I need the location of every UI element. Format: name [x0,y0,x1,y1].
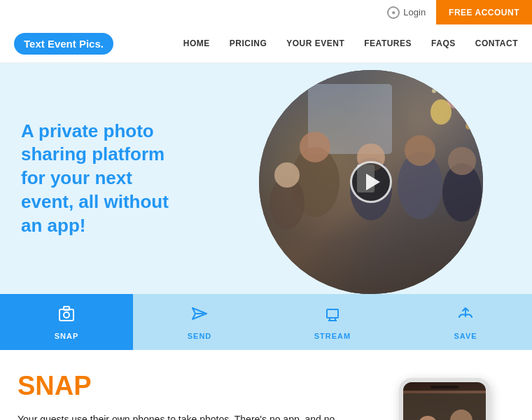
top-bar: ● Login FREE ACCOUNT [0,0,532,24]
snap-content-right [374,371,514,420]
nav-links: HOME PRICING YOUR EVENT FEATURES FAQS CO… [183,38,518,48]
tab-save-label: SAVE [454,332,477,340]
nav-item-contact[interactable]: CONTACT [475,38,518,48]
phone-screen [403,382,486,420]
save-icon [456,304,475,328]
navigation: Text Event Pics. HOME PRICING YOUR EVENT… [0,24,532,63]
svg-point-16 [465,122,472,130]
snap-section: SNAP Your guests use their own phones to… [0,350,532,420]
nav-item-features[interactable]: FEATURES [364,38,412,48]
snap-body: Your guests use their own phones to take… [18,412,354,420]
phone-mockup [399,378,490,420]
hero-headline: A private photo sharing platform for you… [21,120,189,238]
phone-illustration [388,371,500,420]
send-icon [190,304,209,328]
snap-icon [57,304,76,328]
tab-stream[interactable]: STREAM [266,294,399,350]
svg-point-3 [447,88,463,108]
hero-media [210,63,532,294]
svg-point-5 [300,132,330,162]
nav-item-faqs[interactable]: FAQS [431,38,456,48]
svg-point-13 [274,162,300,188]
user-icon: ● [387,6,400,19]
svg-rect-22 [327,309,338,318]
tab-send-label: SEND [188,332,212,340]
snap-title: SNAP [18,371,354,401]
hero-image-circle [259,70,483,294]
nav-item-pricing[interactable]: PRICING [230,38,267,48]
svg-point-9 [405,135,435,166]
stream-icon [323,304,342,328]
free-account-label: FREE ACCOUNT [449,8,519,18]
svg-point-15 [277,102,283,108]
hero-image [259,70,483,294]
tab-stream-label: STREAM [314,332,351,340]
svg-point-17 [432,89,436,93]
login-button[interactable]: ● Login [377,6,436,19]
login-label: Login [403,7,426,18]
tab-bar: SNAP SEND STREAM SAVE [0,294,532,350]
tab-snap[interactable]: SNAP [0,294,133,350]
play-button[interactable] [350,161,392,203]
svg-point-19 [64,312,69,318]
svg-rect-20 [64,307,69,310]
svg-rect-24 [430,386,458,388]
tab-snap-label: SNAP [55,332,79,340]
logo[interactable]: Text Event Pics. [14,33,113,55]
snap-content-left: SNAP Your guests use their own phones to… [18,371,354,420]
nav-item-your-event[interactable]: YOUR EVENT [286,38,344,48]
tab-save[interactable]: SAVE [399,294,532,350]
hero-section: A private photo sharing platform for you… [0,63,532,294]
svg-point-11 [448,147,476,175]
hero-text: A private photo sharing platform for you… [0,63,210,294]
free-account-button[interactable]: FREE ACCOUNT [436,0,532,24]
nav-item-home[interactable]: HOME [183,38,210,48]
tab-send[interactable]: SEND [133,294,266,350]
svg-rect-18 [59,309,74,321]
svg-rect-25 [403,393,486,420]
